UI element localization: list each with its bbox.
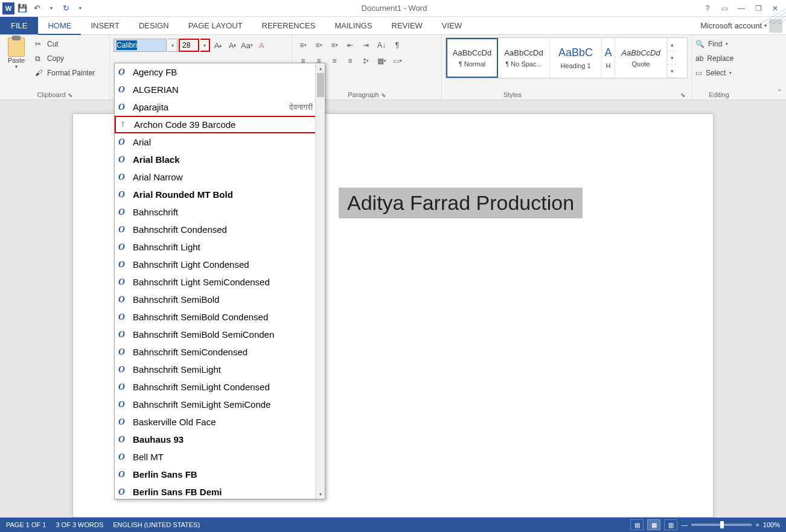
- format-painter-button[interactable]: 🖌Format Painter: [35, 66, 95, 80]
- page-status[interactable]: PAGE 1 OF 1: [6, 521, 46, 528]
- font-option[interactable]: OBerlin Sans FB: [115, 466, 325, 483]
- numbering-button[interactable]: ≡▾: [312, 39, 326, 52]
- scrollbar-thumb[interactable]: [317, 73, 324, 97]
- font-option[interactable]: OBahnschrift Light: [115, 238, 325, 256]
- print-layout-button[interactable]: ▦: [647, 519, 660, 530]
- selected-text[interactable]: Aditya Farrad Production: [339, 188, 583, 218]
- font-option[interactable]: OBaskerville Old Face: [115, 413, 325, 431]
- clipboard-dialog-launcher[interactable]: ⬊: [68, 92, 72, 98]
- styles-scroll-down[interactable]: ▾: [668, 51, 677, 65]
- qat-customize[interactable]: ▾: [74, 2, 87, 15]
- undo-dropdown[interactable]: ▾: [45, 2, 58, 15]
- bullets-button[interactable]: ≡▾: [296, 39, 310, 52]
- styles-gallery[interactable]: AaBbCcDd ¶ Normal AaBbCcDd ¶ No Spac... …: [446, 37, 688, 78]
- tab-mailings[interactable]: MAILINGS: [325, 17, 382, 34]
- font-option[interactable]: OBell MT: [115, 448, 325, 466]
- font-size-dropdown-button[interactable]: ▾: [200, 39, 210, 52]
- tab-pagelayout[interactable]: PAGE LAYOUT: [179, 17, 252, 34]
- style-quote[interactable]: AaBbCcDd Quote: [615, 38, 667, 78]
- font-option[interactable]: OArial Narrow: [115, 168, 325, 186]
- tab-references[interactable]: REFERENCES: [252, 17, 325, 34]
- font-option[interactable]: OArial: [115, 133, 325, 151]
- paragraph-dialog-launcher[interactable]: ⬊: [381, 92, 386, 98]
- shrink-font-button[interactable]: A▾: [226, 39, 239, 52]
- collapse-ribbon-button[interactable]: ˄: [778, 89, 781, 97]
- font-option[interactable]: OBahnschrift SemiBold Condensed: [115, 308, 325, 326]
- dropdown-scrollbar[interactable]: ▴ ▾: [315, 63, 325, 499]
- save-button[interactable]: 💾: [16, 2, 29, 15]
- web-layout-button[interactable]: ▥: [664, 519, 677, 530]
- zoom-level[interactable]: 100%: [763, 521, 780, 528]
- font-option[interactable]: OBahnschrift Light Condensed: [115, 256, 325, 273]
- styles-dialog-launcher[interactable]: ⬊: [680, 92, 685, 98]
- font-option[interactable]: OBahnschrift SemiBold: [115, 291, 325, 308]
- style-normal[interactable]: AaBbCcDd ¶ Normal: [446, 38, 498, 78]
- undo-button[interactable]: ↶: [30, 2, 43, 15]
- font-option[interactable]: OBahnschrift SemiLight Condensed: [115, 378, 325, 396]
- ribbon-options-button[interactable]: ▭: [718, 2, 730, 14]
- help-button[interactable]: ?: [701, 2, 714, 14]
- shading-button[interactable]: ▦▾: [374, 54, 389, 68]
- borders-button[interactable]: ▭▾: [390, 54, 404, 68]
- tab-file[interactable]: FILE: [0, 17, 38, 34]
- select-button[interactable]: ▭Select ▾: [695, 66, 743, 80]
- style-heading1[interactable]: AaBbC Heading 1: [550, 38, 602, 78]
- tab-view[interactable]: VIEW: [432, 17, 471, 34]
- minimize-button[interactable]: —: [735, 2, 747, 14]
- styles-scroll-up[interactable]: ▴: [668, 38, 677, 51]
- font-option[interactable]: OBahnschrift SemiCondensed: [115, 343, 325, 361]
- align-right-button[interactable]: ≡: [327, 54, 342, 68]
- opentype-icon: O: [118, 294, 128, 305]
- font-name-dropdown-button[interactable]: ▾: [168, 39, 177, 52]
- cut-button[interactable]: ✂Cut: [35, 37, 95, 51]
- increase-indent-button[interactable]: ⇥: [359, 39, 373, 52]
- styles-group-label: Styles: [503, 91, 522, 98]
- zoom-thumb[interactable]: [720, 521, 724, 528]
- replace-button[interactable]: abReplace: [695, 52, 743, 65]
- style-nospacing[interactable]: AaBbCcDd ¶ No Spac...: [498, 38, 550, 78]
- font-option[interactable]: OBahnschrift Light SemiCondensed: [115, 273, 325, 291]
- sort-button[interactable]: A↓: [374, 39, 389, 52]
- zoom-out-button[interactable]: —: [681, 521, 688, 528]
- redo-button[interactable]: ↻: [59, 2, 72, 15]
- font-option[interactable]: OArial Black: [115, 151, 325, 168]
- style-heading2[interactable]: A H: [602, 38, 615, 78]
- font-option[interactable]: OBahnschrift Condensed: [115, 221, 325, 238]
- tab-insert[interactable]: INSERT: [81, 17, 129, 34]
- scroll-up-button[interactable]: ▴: [316, 63, 325, 73]
- read-mode-button[interactable]: ▤: [630, 519, 644, 530]
- font-option[interactable]: ＴArchon Code 39 Barcode: [115, 116, 325, 133]
- zoom-slider[interactable]: [691, 524, 752, 526]
- word-count[interactable]: 3 OF 3 WORDS: [56, 521, 103, 528]
- justify-button[interactable]: ≡: [343, 54, 357, 68]
- font-option[interactable]: OBahnschrift SemiLight SemiConde: [115, 396, 325, 413]
- find-button[interactable]: 🔍Find ▾: [695, 37, 743, 51]
- font-option[interactable]: OAgency FB: [115, 63, 325, 81]
- styles-more-button[interactable]: ▾: [668, 65, 677, 78]
- clear-format-button[interactable]: A: [255, 39, 268, 52]
- change-case-button[interactable]: Aa▾: [240, 39, 254, 52]
- font-name-input[interactable]: Calibri: [113, 39, 167, 52]
- font-size-input[interactable]: 28: [179, 39, 199, 52]
- font-option[interactable]: OBahnschrift SemiBold SemiConden: [115, 326, 325, 343]
- font-option[interactable]: OBerlin Sans FB Demi: [115, 483, 325, 499]
- grow-font-button[interactable]: A▴: [211, 39, 225, 52]
- language-status[interactable]: ENGLISH (UNITED STATES): [113, 521, 200, 528]
- font-option[interactable]: OALGERIAN: [115, 81, 325, 98]
- decrease-indent-button[interactable]: ⇤: [343, 39, 357, 52]
- tab-design[interactable]: DESIGN: [129, 17, 179, 34]
- font-option[interactable]: OBauhaus 93: [115, 431, 325, 448]
- font-option[interactable]: OBahnschrift SemiLight: [115, 361, 325, 378]
- scroll-down-button[interactable]: ▾: [316, 489, 325, 499]
- font-option[interactable]: OAparajitaदेवनागरी: [115, 98, 325, 116]
- zoom-in-button[interactable]: +: [755, 521, 759, 528]
- line-spacing-button[interactable]: ‡▾: [359, 54, 373, 68]
- multilevel-button[interactable]: ≡▾: [327, 39, 342, 52]
- paste-button[interactable]: Paste ▾: [4, 37, 29, 80]
- font-option[interactable]: OBahnschrift: [115, 203, 325, 221]
- copy-button[interactable]: ⧉Copy: [35, 52, 95, 65]
- show-marks-button[interactable]: ¶: [390, 39, 404, 52]
- tab-review[interactable]: REVIEW: [382, 17, 432, 34]
- tab-home[interactable]: HOME: [38, 17, 81, 35]
- font-option[interactable]: OArial Rounded MT Bold: [115, 186, 325, 203]
